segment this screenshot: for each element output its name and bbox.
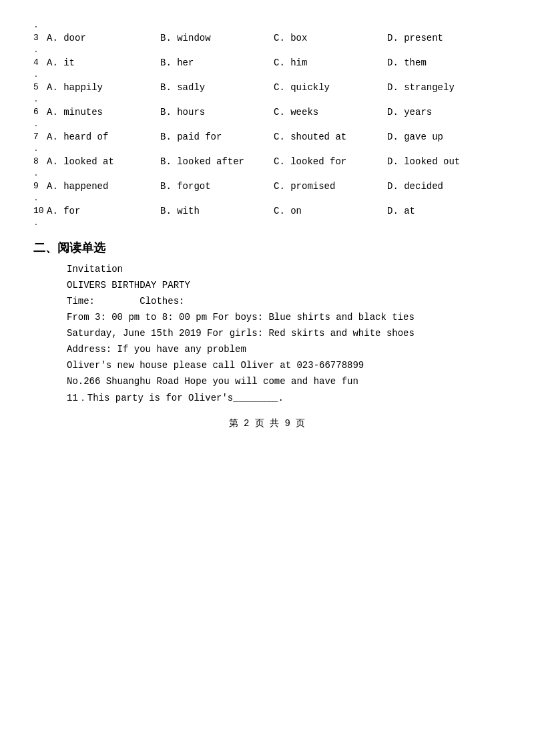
q7-dot: . xyxy=(33,144,501,154)
invitation-line6: 11．This party is for Oliver's________. xyxy=(67,392,501,404)
q5-option-d: D. strangely xyxy=(387,82,501,93)
q3-option-b: B. window xyxy=(160,33,274,43)
q5-option-c: C. quickly xyxy=(274,82,387,93)
question-8: 8 A. looked at B. looked after C. looked… xyxy=(33,156,501,178)
q5-dot: . xyxy=(33,94,501,104)
q9-dot: . xyxy=(33,193,501,203)
clothes-label: Clothes: xyxy=(140,296,184,307)
invitation-block: Invitation OLIVERS BIRTHDAY PARTY Time: … xyxy=(67,264,501,404)
q6-option-b: B. hours xyxy=(160,107,274,118)
q10-dot: . xyxy=(33,218,501,228)
q6-option-a: A. minutes xyxy=(47,107,160,118)
q9-option-a: A. happened xyxy=(47,181,160,192)
q9-num: 9 xyxy=(33,181,39,191)
invitation-line1: From 3: 00 pm to 8: 00 pm For boys: Blue… xyxy=(67,312,501,323)
q7-option-c: C. shouted at xyxy=(274,132,387,142)
invitation-line2: Saturday, June 15th 2019 For girls: Red … xyxy=(67,328,501,339)
time-label: Time: xyxy=(67,296,95,307)
q4-option-d: D. them xyxy=(387,57,501,68)
q4-num: 4 xyxy=(33,57,39,67)
question-5: 5 A. happily B. sadly C. quickly D. stra… xyxy=(33,82,501,104)
question-6: 6 A. minutes B. hours C. weeks D. years … xyxy=(33,107,501,129)
q10-option-d: D. at xyxy=(387,206,501,216)
q6-option-c: C. weeks xyxy=(274,107,387,118)
invitation-line3: Address: If you have any problem xyxy=(67,344,501,355)
q7-num: 7 xyxy=(33,132,39,142)
q4-dot: . xyxy=(33,69,501,79)
q5-num: 5 xyxy=(33,82,39,92)
q8-num: 8 xyxy=(33,156,39,166)
invitation-time-clothes: Time: Clothes: xyxy=(67,296,501,307)
section2-title: 二、阅读单选 xyxy=(33,240,501,256)
q5-option-a: A. happily xyxy=(47,82,160,93)
question-4: 4 A. it B. her C. him D. them . xyxy=(33,57,501,79)
q3-num: 3 xyxy=(33,33,39,43)
q3-dot: . xyxy=(33,45,501,55)
invitation-title: Invitation xyxy=(67,264,501,274)
q3-option-a: A. door xyxy=(47,33,160,43)
q7-option-a: A. heard of xyxy=(47,132,160,142)
q8-dot: . xyxy=(33,168,501,178)
q8-option-b: B. looked after xyxy=(160,156,274,167)
q6-num: 6 xyxy=(33,107,39,117)
q4-option-c: C. him xyxy=(274,57,387,68)
invitation-line5: No.266 Shuanghu Road Hope you will come … xyxy=(67,376,501,387)
question-7: 7 A. heard of B. paid for C. shouted at … xyxy=(33,132,501,154)
q9-option-c: C. promised xyxy=(274,181,387,192)
question-9: 9 A. happened B. forgot C. promised D. d… xyxy=(33,181,501,203)
q7-option-b: B. paid for xyxy=(160,132,274,142)
q4-option-a: A. it xyxy=(47,57,160,68)
q8-option-a: A. looked at xyxy=(47,156,160,167)
top-dot: . xyxy=(33,20,501,30)
q5-option-b: B. sadly xyxy=(160,82,274,93)
q3-option-d: D. present xyxy=(387,33,501,43)
q8-option-d: D. looked out xyxy=(387,156,501,167)
q9-option-b: B. forgot xyxy=(160,181,274,192)
q3-option-c: C. box xyxy=(274,33,387,43)
q8-option-c: C. looked for xyxy=(274,156,387,167)
question-3: 3 A. door B. window C. box D. present . xyxy=(33,33,501,55)
q7-option-d: D. gave up xyxy=(387,132,501,142)
question-10: 10 A. for B. with C. on D. at . xyxy=(33,206,501,228)
q10-option-b: B. with xyxy=(160,206,274,216)
invitation-line4: Oliver's new house please call Oliver at… xyxy=(67,360,501,371)
q9-option-d: D. decided xyxy=(387,181,501,192)
invitation-party-name: OLIVERS BIRTHDAY PARTY xyxy=(67,280,501,291)
q4-option-b: B. her xyxy=(160,57,274,68)
q10-option-c: C. on xyxy=(274,206,387,216)
page-number: 第 2 页 共 9 页 xyxy=(33,417,501,429)
q6-option-d: D. years xyxy=(387,107,501,118)
q6-dot: . xyxy=(33,119,501,129)
q10-option-a: A. for xyxy=(47,206,160,216)
q10-num: 10 xyxy=(33,206,44,216)
